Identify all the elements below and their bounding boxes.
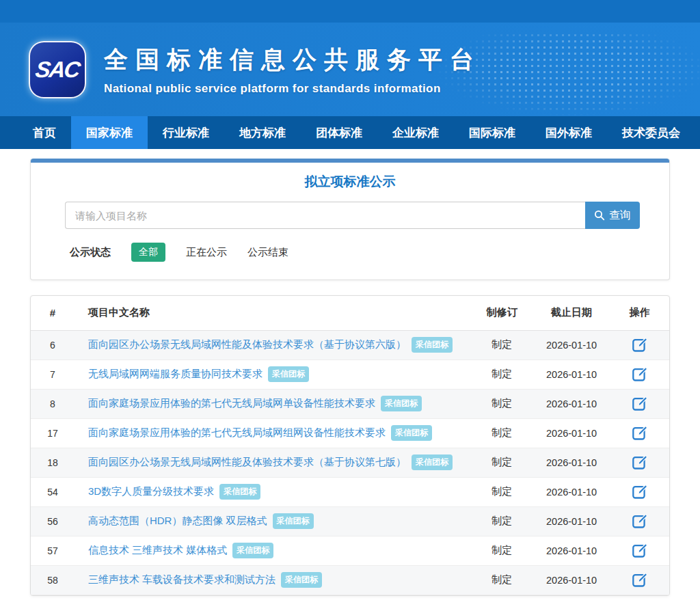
row-index: 8	[31, 389, 75, 418]
row-index: 57	[31, 536, 75, 565]
tag-badge: 采信团标	[273, 513, 314, 529]
deadline: 2026-01-10	[533, 418, 610, 448]
table-row: 6面向园区办公场景无线局域网性能及体验技术要求（基于协议第六版）采信团标制定20…	[31, 330, 669, 359]
project-link[interactable]: 面向园区办公场景无线局域网性能及体验技术要求（基于协议第六版）	[88, 338, 406, 350]
project-link[interactable]: 3D数字人质量分级技术要求	[88, 485, 214, 497]
nav-item-foreign-standards[interactable]: 国外标准	[530, 116, 607, 149]
results-table-card: #项目中文名称制修订截止日期操作 6面向园区办公场景无线局域网性能及体验技术要求…	[30, 295, 670, 596]
project-name-cell: 面向家庭场景应用体验的第七代无线局域网单设备性能技术要求采信团标	[75, 389, 470, 418]
search-button-label: 查询	[609, 208, 631, 223]
sac-logo[interactable]: SAC	[29, 41, 86, 98]
project-link[interactable]: 信息技术 三维声技术 媒体格式	[88, 544, 227, 556]
nav-item-group-standards[interactable]: 团体标准	[301, 116, 377, 149]
edit-button[interactable]	[632, 513, 647, 529]
edit-icon	[632, 543, 647, 558]
top-strip	[0, 0, 700, 23]
edit-button[interactable]	[632, 366, 647, 382]
deadline: 2026-01-10	[533, 448, 610, 477]
nav-item-industry-standards[interactable]: 行业标准	[148, 116, 224, 149]
search-icon	[594, 210, 605, 221]
site-title-block: 全国标准信息公共服务平台 National public service pla…	[104, 44, 481, 96]
table-row: 56高动态范围（HDR）静态图像 双层格式采信团标制定2026-01-10	[31, 506, 669, 536]
row-index: 6	[31, 330, 75, 359]
revision-type: 制定	[470, 359, 533, 389]
edit-icon	[632, 396, 647, 411]
nav-item-local-standards[interactable]: 地方标准	[224, 116, 301, 149]
revision-type: 制定	[470, 418, 533, 448]
deadline: 2026-01-10	[533, 389, 610, 418]
edit-button[interactable]	[632, 337, 647, 353]
edit-button[interactable]	[632, 396, 647, 411]
nav-item-enterprise-standards[interactable]: 企业标准	[377, 116, 454, 149]
tag-badge: 采信团标	[412, 454, 453, 470]
edit-button[interactable]	[632, 425, 647, 441]
search-button[interactable]: 查询	[585, 202, 640, 229]
column-header-deadline: 截止日期	[533, 296, 610, 330]
column-header-name: 项目中文名称	[75, 296, 470, 330]
main-content: 拟立项标准公示 查询 公示状态 全部正在公示公示结束 #项目中文名称制修订截止日	[0, 149, 700, 596]
edit-button[interactable]	[632, 454, 647, 470]
edit-button[interactable]	[632, 572, 647, 588]
row-index: 56	[31, 506, 75, 536]
row-index: 54	[31, 477, 75, 506]
revision-type: 制定	[470, 536, 533, 565]
deadline: 2026-01-10	[533, 536, 610, 565]
page-title: 拟立项标准公示	[31, 173, 669, 191]
actions-cell	[610, 359, 669, 389]
project-link[interactable]: 面向家庭场景应用体验的第七代无线局域网单设备性能技术要求	[88, 397, 375, 409]
table-header-row: #项目中文名称制修订截止日期操作	[31, 296, 669, 330]
status-option-ended[interactable]: 公示结束	[247, 246, 288, 259]
edit-button[interactable]	[632, 484, 647, 500]
main-nav: 首页国家标准行业标准地方标准团体标准企业标准国际标准国外标准技术委员会	[0, 116, 700, 149]
edit-icon	[632, 484, 647, 500]
actions-cell	[610, 536, 669, 565]
actions-cell	[610, 330, 669, 359]
edit-icon	[632, 425, 647, 441]
actions-cell	[610, 477, 669, 506]
nav-item-home[interactable]: 首页	[18, 116, 71, 149]
project-link[interactable]: 无线局域网网端服务质量协同技术要求	[88, 368, 262, 379]
column-header-revision-type: 制修订	[470, 296, 533, 330]
edit-icon	[632, 366, 647, 382]
search-row: 查询	[65, 202, 640, 229]
site-title: 全国标准信息公共服务平台	[104, 44, 481, 76]
project-link[interactable]: 面向家庭场景应用体验的第七代无线局域网组网设备性能技术要求	[88, 426, 386, 438]
column-header-actions: 操作	[610, 296, 669, 330]
tag-badge: 采信团标	[381, 396, 422, 411]
tag-badge: 采信团标	[232, 543, 273, 558]
row-index: 18	[31, 448, 75, 477]
status-filter-row: 公示状态 全部正在公示公示结束	[70, 243, 669, 262]
search-card: 拟立项标准公示 查询 公示状态 全部正在公示公示结束	[30, 159, 670, 280]
nav-item-international-standards[interactable]: 国际标准	[454, 116, 530, 149]
table-row: 18面向园区办公场景无线局域网性能及体验技术要求（基于协议第七版）采信团标制定2…	[31, 448, 669, 477]
nav-item-technical-committees[interactable]: 技术委员会	[607, 116, 695, 149]
status-filter-label: 公示状态	[70, 246, 111, 259]
edit-icon	[632, 337, 647, 353]
table-body: 6面向园区办公场景无线局域网性能及体验技术要求（基于协议第六版）采信团标制定20…	[31, 330, 669, 595]
table-row: 543D数字人质量分级技术要求采信团标制定2026-01-10	[31, 477, 669, 506]
status-option-all[interactable]: 全部	[131, 243, 165, 262]
project-link[interactable]: 面向园区办公场景无线局域网性能及体验技术要求（基于协议第七版）	[88, 456, 406, 467]
revision-type: 制定	[470, 477, 533, 506]
table-row: 7无线局域网网端服务质量协同技术要求采信团标制定2026-01-10	[31, 359, 669, 389]
deadline: 2026-01-10	[533, 565, 610, 595]
project-name-cell: 三维声技术 车载设备技术要求和测试方法采信团标	[75, 565, 470, 595]
project-link[interactable]: 高动态范围（HDR）静态图像 双层格式	[88, 515, 267, 526]
nav-item-national-standards[interactable]: 国家标准	[71, 116, 148, 149]
sac-logo-text: SAC	[33, 57, 81, 83]
project-name-cell: 3D数字人质量分级技术要求采信团标	[75, 477, 470, 506]
project-name-cell: 面向园区办公场景无线局域网性能及体验技术要求（基于协议第七版）采信团标	[75, 448, 470, 477]
project-name-cell: 高动态范围（HDR）静态图像 双层格式采信团标	[75, 506, 470, 536]
revision-type: 制定	[470, 330, 533, 359]
deadline: 2026-01-10	[533, 330, 610, 359]
project-name-input[interactable]	[65, 202, 585, 229]
actions-cell	[610, 389, 669, 418]
status-option-in-progress[interactable]: 正在公示	[186, 246, 227, 259]
project-name-cell: 面向园区办公场景无线局域网性能及体验技术要求（基于协议第六版）采信团标	[75, 330, 470, 359]
table-row: 58三维声技术 车载设备技术要求和测试方法采信团标制定2026-01-10	[31, 565, 669, 595]
edit-button[interactable]	[632, 543, 647, 558]
project-link[interactable]: 三维声技术 车载设备技术要求和测试方法	[88, 573, 275, 585]
actions-cell	[610, 448, 669, 477]
revision-type: 制定	[470, 448, 533, 477]
revision-type: 制定	[470, 565, 533, 595]
